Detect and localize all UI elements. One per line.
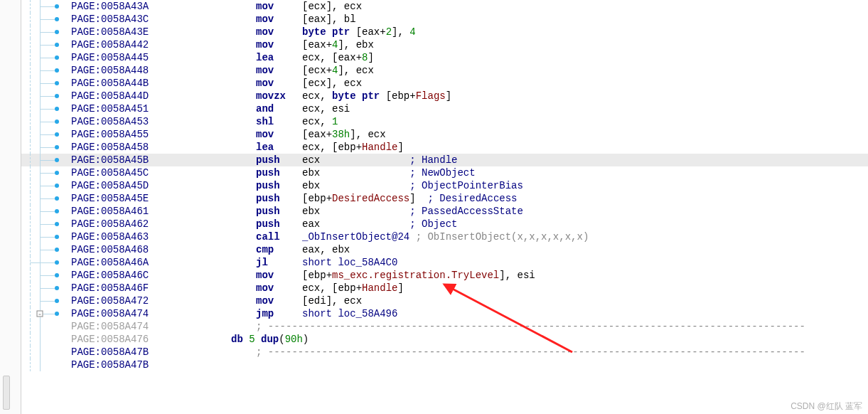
asm-line[interactable]: PAGE:0058A44Dmovzxecx, byte ptr [ebp+Fla… xyxy=(71,90,868,102)
asm-line[interactable]: PAGE:0058A44Bmov[ecx], ecx xyxy=(71,77,868,90)
breakpoint-dot[interactable] xyxy=(55,260,59,265)
asm-line[interactable]: PAGE:0058A458leaecx, [ebp+Handle] xyxy=(71,141,868,154)
breakpoint-dot[interactable] xyxy=(55,184,59,188)
fold-cell[interactable] xyxy=(21,13,71,26)
fold-cell[interactable] xyxy=(21,115,71,128)
mnemonic: push xyxy=(256,192,302,205)
fold-cell[interactable] xyxy=(21,166,71,179)
fold-cell[interactable] xyxy=(21,307,71,320)
asm-line[interactable]: PAGE:0058A442mov[eax+4], ebx xyxy=(71,38,868,51)
address-label: PAGE:0058A45B xyxy=(71,154,256,166)
asm-line[interactable]: PAGE:0058A455mov[eax+38h], ecx xyxy=(71,128,868,141)
address-label: PAGE:0058A468 xyxy=(71,243,256,256)
breakpoint-dot[interactable] xyxy=(55,196,59,201)
breakpoint-dot[interactable] xyxy=(55,17,59,21)
asm-line[interactable]: PAGE:0058A45Epush[ebp+DesiredAccess] ; D… xyxy=(71,192,868,205)
scroll-thumb[interactable] xyxy=(3,376,10,410)
breakpoint-dot[interactable] xyxy=(55,209,59,213)
breakpoint-dot[interactable] xyxy=(55,235,59,239)
fold-cell[interactable] xyxy=(21,64,71,77)
fold-cell[interactable] xyxy=(21,282,71,294)
fold-cell[interactable] xyxy=(21,154,71,166)
asm-line[interactable]: PAGE:0058A448mov[ecx+4], ecx xyxy=(71,64,868,77)
separator-line[interactable]: PAGE:0058A47B; -------------------------… xyxy=(71,346,868,359)
fold-cell[interactable] xyxy=(21,179,71,192)
fold-cell[interactable] xyxy=(21,102,71,115)
fold-cell[interactable] xyxy=(21,346,71,359)
breakpoint-dot[interactable] xyxy=(55,132,59,137)
breakpoint-dot[interactable] xyxy=(55,286,59,290)
fold-cell[interactable] xyxy=(21,269,71,282)
fold-cell[interactable] xyxy=(21,51,71,64)
asm-line[interactable]: PAGE:0058A45Cpushebx ; NewObject xyxy=(71,166,868,179)
asm-line[interactable]: PAGE:0058A461pushebx ; PassedAccessState xyxy=(71,205,868,218)
operands: byte ptr [eax+2], 4 xyxy=(302,26,416,38)
breakpoint-dot[interactable] xyxy=(55,171,59,175)
breakpoint-dot[interactable] xyxy=(55,312,59,316)
operands: [ebp+DesiredAccess] xyxy=(302,192,422,205)
asm-line[interactable]: PAGE:0058A476db 5 dup(90h) xyxy=(71,333,868,346)
code-area[interactable]: PAGE:0058A43Amov[ecx], ecxPAGE:0058A43Cm… xyxy=(71,0,868,414)
asm-line[interactable]: PAGE:0058A451andecx, esi xyxy=(71,102,868,115)
separator-line[interactable]: PAGE:0058A474; -------------------------… xyxy=(71,320,868,333)
asm-line[interactable]: PAGE:0058A43Cmov[eax], bl xyxy=(71,13,868,26)
fold-cell[interactable] xyxy=(21,38,71,51)
operands: short loc_58A4C0 xyxy=(302,256,397,269)
fold-toggle-icon[interactable] xyxy=(37,311,43,317)
fold-cell[interactable] xyxy=(21,141,71,154)
operands: ecx, [ebp+Handle] xyxy=(302,141,404,154)
operands: _ObInsertObject@24 xyxy=(302,230,409,243)
fold-cell[interactable] xyxy=(21,128,71,141)
asm-line[interactable]: PAGE:0058A47B xyxy=(71,359,868,371)
asm-line[interactable]: PAGE:0058A453shlecx, 1 xyxy=(71,115,868,128)
asm-line[interactable]: PAGE:0058A445leaecx, [eax+8] xyxy=(71,51,868,64)
breakpoint-dot[interactable] xyxy=(55,158,59,162)
address-label: PAGE:0058A47B xyxy=(71,359,256,371)
fold-cell[interactable] xyxy=(21,205,71,218)
breakpoint-dot[interactable] xyxy=(55,107,59,111)
breakpoint-dot[interactable] xyxy=(55,299,59,303)
gutter[interactable] xyxy=(0,0,21,414)
asm-line[interactable]: PAGE:0058A463call_ObInsertObject@24 ; Ob… xyxy=(71,230,868,243)
breakpoint-dot[interactable] xyxy=(55,4,59,9)
fold-cell[interactable] xyxy=(21,333,71,346)
asm-line[interactable]: PAGE:0058A46Cmov[ebp+ms_exc.registration… xyxy=(71,269,868,282)
fold-cell[interactable] xyxy=(21,320,71,333)
breakpoint-dot[interactable] xyxy=(55,248,59,252)
breakpoint-dot[interactable] xyxy=(55,30,59,34)
fold-cell[interactable] xyxy=(21,243,71,256)
asm-line[interactable]: PAGE:0058A472mov[edi], ecx xyxy=(71,294,868,307)
breakpoint-dot[interactable] xyxy=(55,55,59,60)
breakpoint-dot[interactable] xyxy=(55,120,59,124)
breakpoint-dot[interactable] xyxy=(55,94,59,98)
fold-bar[interactable] xyxy=(21,0,71,414)
asm-line[interactable]: PAGE:0058A468cmpeax, ebx xyxy=(71,243,868,256)
asm-line[interactable]: PAGE:0058A474jmpshort loc_58A496 xyxy=(71,307,868,320)
asm-line[interactable]: PAGE:0058A45Dpushebx ; ObjectPointerBias xyxy=(71,179,868,192)
asm-line[interactable]: PAGE:0058A46Ajlshort loc_58A4C0 xyxy=(71,256,868,269)
breakpoint-dot[interactable] xyxy=(55,43,59,47)
breakpoint-dot[interactable] xyxy=(55,145,59,149)
fold-cell[interactable] xyxy=(21,90,71,102)
fold-cell[interactable] xyxy=(21,294,71,307)
fold-cell[interactable] xyxy=(21,218,71,230)
breakpoint-dot[interactable] xyxy=(55,68,59,73)
mnemonic: movzx xyxy=(256,90,302,102)
asm-line[interactable]: PAGE:0058A45Bpushecx ; Handle xyxy=(71,154,868,166)
fold-cell[interactable] xyxy=(21,0,71,13)
fold-cell[interactable] xyxy=(21,256,71,269)
asm-line[interactable]: PAGE:0058A43Emovbyte ptr [eax+2], 4 xyxy=(71,26,868,38)
asm-line[interactable]: PAGE:0058A46Fmovecx, [ebp+Handle] xyxy=(71,282,868,294)
breakpoint-dot[interactable] xyxy=(55,273,59,277)
comment: ; Handle xyxy=(409,154,457,166)
fold-cell[interactable] xyxy=(21,192,71,205)
fold-cell[interactable] xyxy=(21,359,71,371)
fold-cell[interactable] xyxy=(21,77,71,90)
asm-line[interactable]: PAGE:0058A462pusheax ; Object xyxy=(71,218,868,230)
breakpoint-dot[interactable] xyxy=(55,222,59,226)
asm-line[interactable]: PAGE:0058A43Amov[ecx], ecx xyxy=(71,0,868,13)
mnemonic: push xyxy=(256,205,302,218)
breakpoint-dot[interactable] xyxy=(55,81,59,85)
fold-cell[interactable] xyxy=(21,26,71,38)
fold-cell[interactable] xyxy=(21,230,71,243)
